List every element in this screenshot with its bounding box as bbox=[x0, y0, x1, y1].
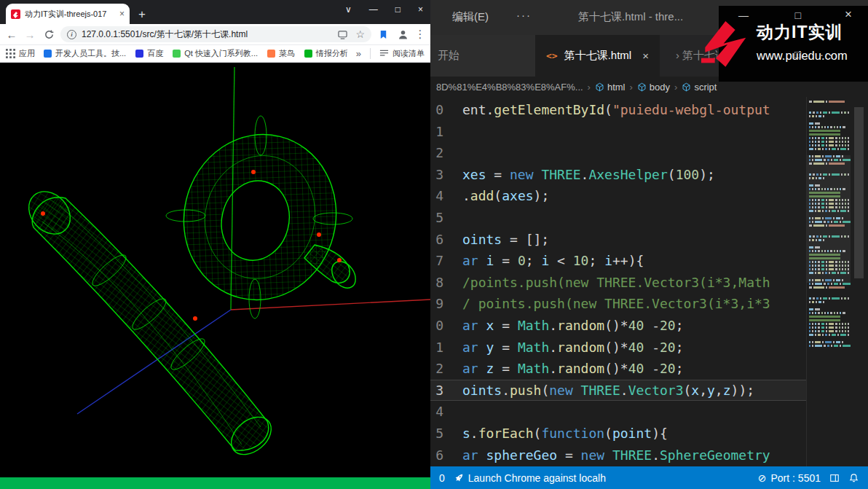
code-line[interactable]: 4 bbox=[430, 401, 806, 423]
breadcrumb-item[interactable]: script bbox=[682, 82, 717, 93]
new-tab-button[interactable]: + bbox=[138, 8, 146, 20]
address-bar[interactable]: i 127.0.0.1:5501/src/第十七课/第十七课.html ☆ bbox=[60, 26, 371, 42]
site-info-icon[interactable]: i bbox=[67, 30, 76, 39]
browser-tab[interactable]: 动力IT实训-threejs-017 × bbox=[6, 4, 130, 24]
tab-active[interactable]: <> 第十七课.html × bbox=[536, 35, 660, 77]
minimap-line bbox=[807, 345, 851, 348]
forward-button[interactable]: → bbox=[23, 28, 37, 41]
vscode-window: 编辑(E) ··· 第十七课.html - thre... — □ × 开始 <… bbox=[430, 0, 868, 489]
tab-close-button[interactable]: × bbox=[119, 9, 125, 19]
chrome-menu-chevron-icon[interactable]: ∨ bbox=[345, 4, 352, 15]
code-text: ar z = Math.random()*40 -20; bbox=[443, 358, 684, 380]
notifications-button[interactable] bbox=[848, 472, 859, 483]
chrome-close-button[interactable]: × bbox=[418, 4, 423, 15]
bookmark-item[interactable]: 开发人员工具。技... bbox=[44, 48, 126, 59]
breadcrumb-label: script bbox=[694, 82, 717, 93]
breadcrumb-label: html bbox=[607, 82, 626, 93]
scene-point bbox=[251, 170, 256, 174]
layout-toggle-button[interactable] bbox=[829, 473, 840, 483]
bookmark-item[interactable]: 百度 bbox=[135, 48, 163, 59]
editor-actions-more-button[interactable]: ··· bbox=[820, 48, 833, 60]
bookmarks-overflow-chevron[interactable]: » bbox=[356, 48, 361, 59]
apps-shortcut[interactable]: 应用 bbox=[6, 48, 35, 59]
watermark-url: www.puiedu.com bbox=[757, 49, 868, 63]
split-editor-button[interactable]: □ bbox=[794, 48, 801, 60]
webgl-viewport[interactable] bbox=[0, 63, 430, 477]
apps-grid-icon bbox=[6, 49, 15, 58]
refresh-button[interactable] bbox=[41, 29, 57, 40]
tab-start[interactable]: 开始 bbox=[430, 35, 536, 77]
tab-close-icon[interactable]: × bbox=[642, 50, 649, 62]
reading-list-button[interactable]: 阅读清单 bbox=[379, 48, 425, 59]
code-line[interactable]: 8/points.push(new THREE.Vector3(i*3,Math bbox=[430, 272, 806, 294]
bookmark-star-icon[interactable]: ☆ bbox=[355, 28, 365, 40]
menu-overflow-button[interactable]: ··· bbox=[516, 9, 532, 21]
bookmark-item[interactable]: 菜鸟 bbox=[267, 48, 295, 59]
minimap-line bbox=[807, 334, 851, 337]
code-line[interactable]: 3xes = new THREE.AxesHelper(100); bbox=[430, 164, 806, 186]
profile-icon[interactable] bbox=[395, 28, 411, 41]
scene-point bbox=[337, 258, 342, 262]
vscode-close-button[interactable]: × bbox=[845, 7, 852, 22]
code-line[interactable]: 1 bbox=[430, 121, 806, 143]
tab-active-label: 第十七课.html bbox=[564, 49, 632, 63]
code-editor[interactable]: 0ent.getElementById("puiedu-webgl-output… bbox=[430, 97, 868, 466]
problems-count[interactable]: 0 bbox=[439, 472, 445, 484]
code-line[interactable]: 6oints = []; bbox=[430, 229, 806, 251]
chrome-window-controls: ∨ — □ × bbox=[345, 4, 423, 15]
scrollbar-thumb[interactable] bbox=[854, 107, 864, 278]
bookmark-favicon bbox=[44, 50, 52, 58]
line-number: 8 bbox=[430, 272, 443, 294]
code-line[interactable]: 0ar x = Math.random()*40 -20; bbox=[430, 315, 806, 337]
code-line[interactable]: 2 bbox=[430, 142, 806, 164]
live-server-port[interactable]: ⊘ Port : 5501 bbox=[758, 472, 821, 484]
code-text: ar x = Math.random()*40 -20; bbox=[443, 315, 684, 337]
bookmark-favicon bbox=[267, 50, 275, 58]
minimap-viewport-band[interactable] bbox=[807, 155, 851, 283]
breadcrumb-item[interactable]: html bbox=[595, 82, 626, 93]
code-line[interactable]: 0ent.getElementById("puiedu-webgl-output bbox=[430, 99, 806, 121]
page-action-icon[interactable] bbox=[334, 30, 350, 39]
bookmark-flag-icon[interactable] bbox=[375, 30, 391, 39]
code-line[interactable]: 2ar z = Math.random()*40 -20; bbox=[430, 358, 806, 380]
code-line[interactable]: 5s.forEach(function(point){ bbox=[430, 423, 806, 445]
bookmark-item[interactable]: 情报分析_2 - 豆瓣 bbox=[304, 48, 347, 59]
menu-item-edit[interactable]: 编辑(E) bbox=[452, 10, 489, 24]
bookmark-label: 情报分析_2 - 豆瓣 bbox=[316, 48, 347, 59]
vscode-maximize-button[interactable]: □ bbox=[795, 9, 801, 21]
code-line[interactable]: 5 bbox=[430, 207, 806, 229]
axes-helper bbox=[77, 67, 430, 414]
breadcrumb-items: ›html›body›script bbox=[588, 82, 717, 93]
vscode-minimize-button[interactable]: — bbox=[738, 9, 749, 21]
code-line[interactable]: 4.add(axes); bbox=[430, 185, 806, 207]
line-number: 5 bbox=[430, 207, 443, 229]
line-number: 6 bbox=[430, 445, 443, 466]
breadcrumb-path[interactable]: 8D%81%E4%B8%83%E8%AF%... bbox=[436, 82, 583, 93]
chrome-maximize-button[interactable]: □ bbox=[395, 4, 401, 15]
code-line[interactable]: 6ar sphereGeo = new THREE.SphereGeometry bbox=[430, 445, 806, 466]
url-text[interactable]: 127.0.0.1:5501/src/第十七课/第十七课.html bbox=[82, 28, 329, 41]
code-line[interactable]: 1ar y = Math.random()*40 -20; bbox=[430, 337, 806, 359]
breadcrumb-separator: › bbox=[674, 82, 677, 93]
editor-scrollbar[interactable] bbox=[851, 97, 868, 466]
debug-launch-item[interactable]: Launch Chrome against localh bbox=[454, 472, 606, 484]
code-text: oints.push(new THREE.Vector3(x,y,z)); bbox=[443, 380, 754, 402]
apps-label: 应用 bbox=[19, 48, 35, 59]
bookmark-item[interactable]: Qt 快速入门系列教... bbox=[173, 48, 258, 59]
minimap[interactable] bbox=[806, 97, 851, 466]
symbol-cube-icon bbox=[637, 82, 647, 92]
back-button[interactable]: ← bbox=[4, 28, 19, 41]
status-bar: 0 Launch Chrome against localh ⊘ Port : … bbox=[430, 466, 868, 489]
chrome-minimize-button[interactable]: — bbox=[369, 4, 378, 15]
line-number: 4 bbox=[430, 401, 443, 423]
no-entry-icon: ⊘ bbox=[758, 472, 767, 484]
line-number: 0 bbox=[430, 99, 443, 121]
code-line[interactable]: 3oints.push(new THREE.Vector3(x,y,z)); bbox=[430, 380, 806, 402]
code-line[interactable]: 7ar i = 0; i < 10; i++){ bbox=[430, 250, 806, 272]
chrome-menu-button[interactable]: ⋮ bbox=[414, 28, 426, 41]
code-line[interactable]: 9/ points.push(new THREE.Vector3(i*3,i*3 bbox=[430, 293, 806, 315]
code-text: ar i = 0; i < 10; i++){ bbox=[443, 250, 644, 272]
bell-icon bbox=[848, 472, 859, 483]
tab-start-label: 开始 bbox=[438, 49, 459, 63]
breadcrumb-item[interactable]: body bbox=[637, 82, 670, 93]
